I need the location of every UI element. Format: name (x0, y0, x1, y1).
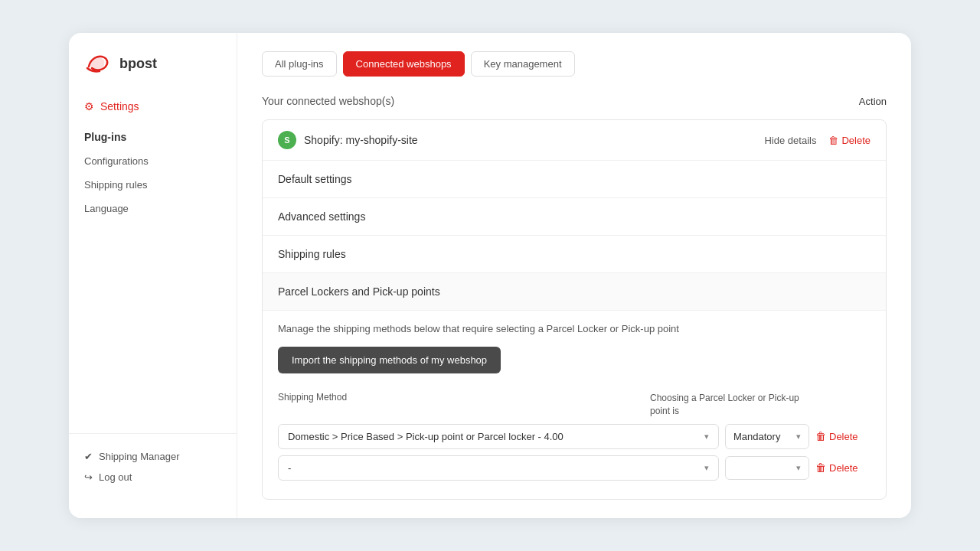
main-content: All plug-ins Connected webshops Key mana… (237, 33, 911, 518)
hide-details-button[interactable]: Hide details (764, 135, 816, 146)
section-header: Your connected webshop(s) Action (262, 95, 887, 107)
sidebar-item-language[interactable]: Language (69, 197, 237, 220)
logo-text: bpost (119, 56, 157, 72)
row-delete-button-2[interactable]: 🗑 Delete (815, 461, 871, 474)
parcel-lockers-section: Manage the shipping methods below that r… (263, 311, 886, 499)
logout-icon: ↪ (84, 471, 93, 483)
shipping-row: Domestic > Price Based > Pick-up point o… (278, 424, 871, 449)
tab-connected-webshops[interactable]: Connected webshops (343, 51, 465, 77)
plugins-nav-title: Plug-ins (69, 125, 237, 149)
import-shipping-methods-button[interactable]: Import the shipping methods of my websho… (278, 347, 501, 373)
shipping-manager-label: Shipping Manager (99, 451, 180, 462)
shipping-method-value-1: Domestic > Price Based > Pick-up point o… (288, 431, 564, 442)
logo-area: bpost (69, 51, 237, 94)
sidebar-bottom: ✔ Shipping Manager ↪ Log out (69, 433, 237, 500)
delete-label: Delete (841, 135, 871, 146)
webshop-header: S Shopify: my-shopify-site Hide details … (263, 120, 886, 161)
shipping-table-header: Shipping Method Choosing a Parcel Locker… (278, 392, 871, 418)
chevron-down-icon: ▾ (796, 463, 801, 473)
checkmark-icon: ✔ (84, 451, 93, 462)
accordion-default-settings[interactable]: Default settings (263, 161, 886, 198)
tab-all-plugins[interactable]: All plug-ins (262, 51, 337, 77)
sidebar: bpost ⚙ Settings Plug-ins Configurations… (69, 33, 237, 518)
empty-select-2[interactable]: ▾ (725, 456, 809, 480)
parcel-description: Manage the shipping methods below that r… (278, 323, 871, 334)
webshop-status-dot: S (278, 131, 296, 149)
choosing-column-header: Choosing a Parcel Locker or Pick-up poin… (650, 392, 803, 418)
webshop-item: S Shopify: my-shopify-site Hide details … (262, 119, 887, 500)
trash-icon: 🗑 (828, 135, 838, 146)
accordion-parcel-lockers[interactable]: Parcel Lockers and Pick-up points (263, 273, 886, 311)
row-delete-label-2: Delete (829, 462, 858, 474)
trash-icon: 🗑 (815, 430, 826, 442)
bpost-logo-icon (84, 51, 115, 76)
tabs-bar: All plug-ins Connected webshops Key mana… (262, 51, 887, 77)
accordion-advanced-settings[interactable]: Advanced settings (263, 198, 886, 236)
webshop-left: S Shopify: my-shopify-site (278, 131, 418, 149)
chevron-down-icon: ▾ (704, 463, 709, 473)
shipping-manager-link[interactable]: ✔ Shipping Manager (84, 446, 221, 467)
shipping-method-select-2[interactable]: - ▾ (278, 455, 719, 481)
shipping-method-column-header: Shipping Method (278, 392, 644, 403)
settings-label: Settings (100, 100, 139, 112)
action-column-label: Action (859, 96, 887, 107)
webshop-name: Shopify: my-shopify-site (304, 134, 418, 146)
row-delete-label-1: Delete (829, 431, 858, 442)
settings-nav-item[interactable]: ⚙ Settings (69, 94, 237, 119)
chevron-down-icon: ▾ (796, 432, 801, 442)
tab-key-management[interactable]: Key management (471, 51, 575, 77)
trash-icon: 🗑 (815, 461, 826, 474)
row-delete-button-1[interactable]: 🗑 Delete (815, 430, 871, 442)
shipping-method-select-1[interactable]: Domestic > Price Based > Pick-up point o… (278, 424, 719, 449)
shipping-method-value-2: - (288, 462, 291, 474)
accordion-shipping-rules[interactable]: Shipping rules (263, 236, 886, 273)
chevron-down-icon: ▾ (704, 432, 709, 442)
gear-icon: ⚙ (84, 100, 94, 112)
sidebar-item-configurations[interactable]: Configurations (69, 149, 237, 173)
logout-link[interactable]: ↪ Log out (84, 467, 221, 487)
sidebar-item-shipping-rules[interactable]: Shipping rules (69, 173, 237, 197)
sidebar-nav: Plug-ins Configurations Shipping rules L… (69, 125, 237, 433)
mandatory-select-1[interactable]: Mandatory ▾ (725, 424, 809, 449)
logout-label: Log out (99, 471, 132, 483)
mandatory-value-1: Mandatory (733, 431, 780, 442)
webshop-delete-button[interactable]: 🗑 Delete (828, 135, 871, 146)
shipping-row: - ▾ ▾ 🗑 Delete (278, 455, 871, 481)
connected-webshops-title: Your connected webshop(s) (262, 95, 394, 107)
webshop-actions: Hide details 🗑 Delete (764, 135, 871, 146)
